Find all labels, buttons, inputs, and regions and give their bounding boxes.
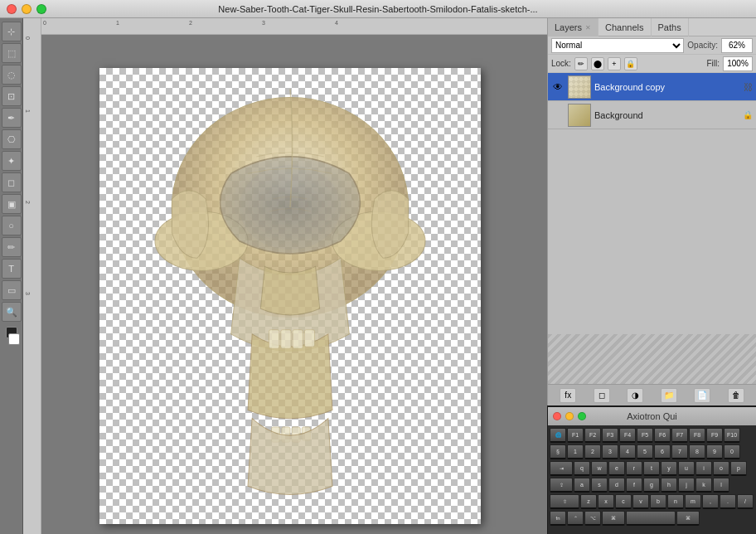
key-fn-globe[interactable]: 🌐: [550, 428, 566, 443]
layer-mask-button[interactable]: ◻: [594, 388, 610, 403]
key-e[interactable]: e: [608, 461, 625, 476]
tool-lasso[interactable]: ◌: [2, 65, 22, 85]
tool-brush[interactable]: ⎔: [2, 129, 22, 149]
key-f9[interactable]: F9: [706, 428, 723, 443]
tool-move[interactable]: ⊹: [2, 22, 22, 41]
kb-max-btn[interactable]: [578, 412, 586, 420]
kb-min-btn[interactable]: [565, 412, 574, 420]
key-f7[interactable]: F7: [671, 428, 688, 443]
key-slash[interactable]: /: [737, 494, 754, 509]
canvas-document[interactable]: [99, 68, 481, 524]
key-i[interactable]: i: [695, 461, 712, 476]
tool-eraser[interactable]: ◻: [2, 172, 22, 192]
key-5[interactable]: 5: [637, 444, 653, 459]
key-4[interactable]: 4: [619, 444, 636, 459]
key-l[interactable]: l: [713, 478, 729, 493]
tool-pen[interactable]: ✏: [2, 237, 22, 257]
tab-close-icon[interactable]: ✕: [585, 24, 591, 32]
key-shift[interactable]: ⇧: [550, 494, 579, 509]
tool-shape[interactable]: ▭: [2, 280, 22, 300]
key-v[interactable]: v: [632, 494, 649, 509]
minimize-button[interactable]: [22, 4, 32, 14]
key-x[interactable]: x: [598, 494, 614, 509]
tool-dodge[interactable]: ○: [2, 216, 22, 235]
lock-transparent-btn[interactable]: ✏: [574, 57, 588, 70]
key-0[interactable]: 0: [724, 444, 740, 459]
key-f10[interactable]: F10: [724, 428, 740, 443]
key-f1[interactable]: F1: [567, 428, 584, 443]
key-capslock[interactable]: ⇪: [550, 478, 573, 493]
key-f4[interactable]: F4: [619, 428, 636, 443]
blend-mode-select[interactable]: Normal: [551, 38, 684, 53]
key-a[interactable]: a: [574, 478, 590, 493]
layer-adjustment-button[interactable]: ◑: [627, 388, 643, 403]
key-ctrl[interactable]: ⌃: [567, 511, 584, 526]
key-f2[interactable]: F2: [584, 428, 601, 443]
key-9[interactable]: 9: [706, 444, 723, 459]
layer-background[interactable]: 👁 Background 🔒: [548, 101, 756, 129]
key-f5[interactable]: F5: [637, 428, 653, 443]
tool-clone[interactable]: ✦: [2, 151, 22, 171]
key-w[interactable]: w: [591, 461, 608, 476]
key-f6[interactable]: F6: [654, 428, 671, 443]
key-p[interactable]: p: [730, 461, 747, 476]
layer-group-button[interactable]: 📁: [661, 388, 677, 403]
key-comma[interactable]: ,: [702, 494, 719, 509]
key-j[interactable]: j: [678, 478, 695, 493]
key-f[interactable]: f: [626, 478, 642, 493]
layer-fx-button[interactable]: fx: [560, 388, 576, 403]
key-r[interactable]: r: [626, 461, 642, 476]
key-6[interactable]: 6: [654, 444, 671, 459]
tool-zoom[interactable]: 🔍: [2, 302, 22, 322]
tool-paint[interactable]: ▣: [2, 194, 22, 214]
key-tab[interactable]: ⇥: [550, 461, 573, 476]
key-q[interactable]: q: [574, 461, 590, 476]
key-f3[interactable]: F3: [602, 428, 618, 443]
key-period[interactable]: .: [720, 494, 736, 509]
layer-visibility-icon[interactable]: 👁: [551, 80, 565, 94]
key-cmd-left[interactable]: ⌘: [602, 511, 625, 526]
key-m[interactable]: m: [685, 494, 701, 509]
key-z[interactable]: z: [580, 494, 597, 509]
tab-channels[interactable]: Channels: [598, 18, 651, 36]
key-c[interactable]: c: [615, 494, 632, 509]
tool-crop[interactable]: ⊡: [2, 86, 22, 106]
fill-field[interactable]: [723, 56, 753, 71]
key-option[interactable]: ⌥: [584, 511, 601, 526]
close-button[interactable]: [7, 4, 17, 14]
key-b[interactable]: b: [650, 494, 666, 509]
tab-layers[interactable]: Layers ✕: [548, 18, 598, 36]
lock-all-btn[interactable]: 🔒: [624, 57, 637, 70]
layer-background-copy[interactable]: 👁 Background copy ⛓: [548, 73, 756, 101]
key-fn[interactable]: fn: [550, 511, 566, 526]
lock-position-btn[interactable]: +: [608, 57, 621, 70]
key-n[interactable]: n: [667, 494, 684, 509]
tool-eyedropper[interactable]: ✒: [2, 108, 22, 128]
key-u[interactable]: u: [678, 461, 695, 476]
key-k[interactable]: k: [695, 478, 712, 493]
key-o[interactable]: o: [713, 461, 729, 476]
key-f8[interactable]: F8: [689, 428, 705, 443]
lock-image-btn[interactable]: ⬤: [591, 57, 604, 70]
key-2[interactable]: 2: [584, 444, 601, 459]
key-section[interactable]: §: [550, 444, 566, 459]
key-h[interactable]: h: [661, 478, 677, 493]
tab-paths[interactable]: Paths: [652, 18, 689, 36]
key-y[interactable]: y: [661, 461, 677, 476]
key-8[interactable]: 8: [689, 444, 705, 459]
key-space[interactable]: [626, 511, 676, 526]
layer-new-button[interactable]: 📄: [694, 388, 710, 403]
key-1[interactable]: 1: [567, 444, 584, 459]
opacity-field[interactable]: [721, 38, 753, 53]
background-color[interactable]: [8, 333, 20, 345]
key-7[interactable]: 7: [671, 444, 688, 459]
key-cmd-right[interactable]: ⌘: [676, 511, 700, 526]
layer-delete-button[interactable]: 🗑: [728, 388, 744, 403]
maximize-button[interactable]: [36, 4, 46, 14]
key-3[interactable]: 3: [602, 444, 618, 459]
key-d[interactable]: d: [608, 478, 625, 493]
tool-select[interactable]: ⬚: [2, 43, 22, 63]
key-t[interactable]: t: [643, 461, 660, 476]
key-g[interactable]: g: [643, 478, 660, 493]
key-s[interactable]: s: [591, 478, 608, 493]
